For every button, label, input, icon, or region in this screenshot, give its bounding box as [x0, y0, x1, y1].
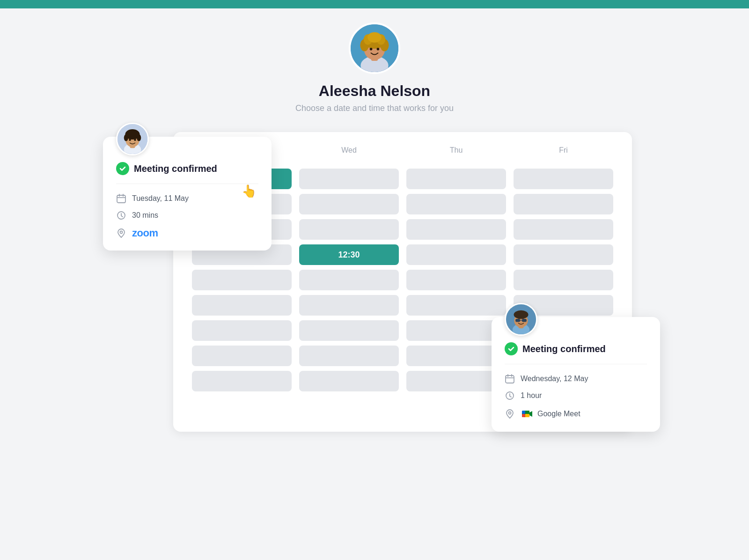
confirmed-text-right: Meeting confirmed — [522, 344, 606, 354]
slot-tue-6[interactable] — [192, 320, 292, 341]
calendar-icon-left — [116, 193, 126, 204]
confirmed-title-right: Meeting confirmed — [505, 342, 647, 364]
confirmed-title-left: Meeting confirmed — [116, 162, 258, 184]
zoom-logo: zoom — [132, 227, 158, 239]
svg-rect-39 — [525, 411, 529, 414]
host-avatar — [349, 22, 400, 74]
card-duration-right: 1 hour — [505, 391, 647, 401]
location-icon-left — [116, 228, 126, 238]
card-date-left: Tuesday, 11 May — [116, 193, 258, 204]
slot-wed-2[interactable] — [299, 194, 399, 214]
svg-point-9 — [367, 32, 382, 43]
slot-tue-4[interactable] — [192, 270, 292, 290]
svg-rect-21 — [117, 195, 125, 203]
svg-point-11 — [377, 48, 380, 51]
card-avatar-left — [116, 123, 149, 155]
slot-fri-2[interactable] — [514, 194, 613, 214]
card-date-right: Wednesday, 12 May — [505, 374, 647, 384]
slot-fri-1[interactable] — [514, 169, 613, 189]
svg-rect-32 — [506, 376, 514, 383]
slot-fri-4[interactable] — [514, 244, 613, 265]
slot-wed-3[interactable] — [299, 219, 399, 240]
card-location-right: Google Meet — [505, 407, 647, 420]
slot-fri-3[interactable] — [514, 219, 613, 240]
clock-icon-right — [505, 391, 515, 401]
top-bar — [0, 0, 749, 8]
confirmed-text-left: Meeting confirmed — [134, 163, 217, 174]
svg-point-20 — [134, 139, 136, 141]
slot-wed-1[interactable] — [299, 169, 399, 189]
slot-tue-7[interactable] — [192, 346, 292, 366]
svg-point-10 — [370, 48, 373, 51]
card-content-right: Meeting confirmed Wednesday, 12 May — [505, 342, 647, 420]
slot-thu-6[interactable] — [406, 295, 506, 316]
svg-rect-29 — [515, 319, 520, 322]
slot-wed-4[interactable] — [299, 270, 399, 290]
slot-thu-4[interactable] — [406, 244, 506, 265]
slot-wed-7[interactable] — [299, 346, 399, 366]
page-header: Aleesha Nelson Choose a date and time th… — [295, 22, 454, 113]
clock-icon-left — [116, 210, 126, 221]
slot-tue-5[interactable] — [192, 295, 292, 316]
svg-point-19 — [129, 139, 131, 141]
slot-thu-1[interactable] — [406, 169, 506, 189]
slot-tue-8[interactable] — [192, 371, 292, 391]
svg-rect-38 — [522, 411, 525, 414]
day-label-wed: Wed — [299, 146, 399, 159]
confirmation-card-right: Meeting confirmed Wednesday, 12 May — [492, 317, 660, 432]
svg-point-23 — [120, 231, 123, 234]
host-subtitle: Choose a date and time that works for yo… — [295, 103, 454, 113]
check-icon-right — [505, 342, 518, 355]
svg-rect-40 — [522, 414, 525, 417]
card-avatar-right — [505, 303, 537, 336]
gmeet-text: Google Meet — [537, 410, 580, 418]
confirmation-card-left: Meeting confirmed Tuesday, 11 May — [103, 137, 272, 251]
calendar-wrapper: Meeting confirmed Tuesday, 11 May — [117, 132, 632, 432]
gmeet-logo: Google Meet — [521, 407, 580, 420]
slot-thu-5[interactable] — [406, 270, 506, 290]
host-name: Aleesha Nelson — [319, 82, 430, 100]
card-content-left: Meeting confirmed Tuesday, 11 May — [116, 162, 258, 239]
slot-wed-5[interactable] — [299, 295, 399, 316]
slot-wed-1230[interactable]: 12:30 — [299, 244, 399, 265]
slot-fri-5[interactable] — [514, 270, 613, 290]
svg-point-17 — [124, 134, 128, 141]
day-label-fri: Fri — [514, 146, 613, 159]
main-container: Aleesha Nelson Choose a date and time th… — [0, 8, 749, 560]
day-label-thu: Thu — [406, 146, 506, 159]
card-duration-left: 30 mins — [116, 210, 258, 221]
card-details-left: Tuesday, 11 May 30 mins — [116, 193, 258, 239]
slot-thu-3[interactable] — [406, 219, 506, 240]
slot-wed-6[interactable] — [299, 320, 399, 341]
check-icon-left — [116, 162, 129, 175]
svg-rect-30 — [522, 319, 527, 322]
card-details-right: Wednesday, 12 May 1 hour — [505, 374, 647, 420]
calendar-icon-right — [505, 374, 515, 384]
svg-rect-41 — [525, 414, 529, 417]
svg-point-28 — [514, 310, 528, 319]
location-icon-right — [505, 409, 515, 419]
slot-thu-2[interactable] — [406, 194, 506, 214]
svg-point-18 — [137, 134, 141, 141]
column-wed: 12:30 — [299, 169, 399, 391]
svg-point-34 — [509, 412, 511, 414]
card-location-left: zoom — [116, 227, 258, 239]
slot-wed-8[interactable] — [299, 371, 399, 391]
